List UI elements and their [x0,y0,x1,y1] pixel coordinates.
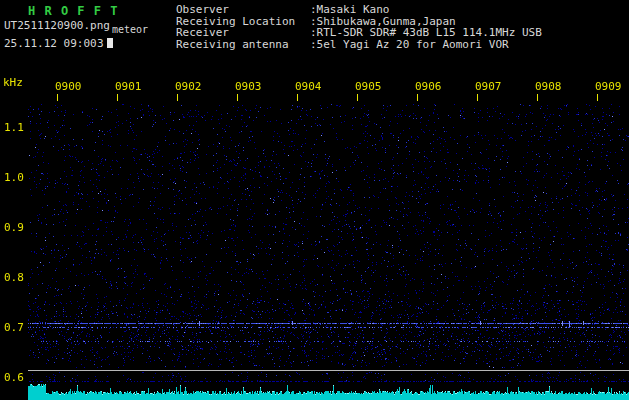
x-tick-mark [117,94,118,101]
station-field-label: Receiving antenna [176,39,310,51]
x-tick-label: 0907 [475,80,502,93]
app-title: H R O F F T [28,4,118,18]
x-tick-mark [237,94,238,101]
station-field-label: Observer [176,4,310,16]
x-tick-label: 0901 [115,80,142,93]
capture-filename: UT2511120900.png [4,19,110,32]
y-tick-label: 0.8 [4,271,28,284]
station-row: Receiving antenna:5el Yagi Az 20 for Aom… [176,39,542,51]
x-tick-label: 0909 [595,80,622,93]
mode-label: meteor [112,24,148,35]
x-tick-mark [357,94,358,101]
y-tick-label: 0.6 [4,371,28,384]
y-tick-label: 0.9 [4,221,28,234]
y-tick-label: 1.0 [4,171,28,184]
x-tick-mark [597,94,598,101]
y-tick-label: 0.7 [4,321,28,334]
text-cursor-block [107,38,113,48]
station-info: Observer:Masaki KanoReceiving Location:S… [176,4,542,50]
x-tick-label: 0900 [55,80,82,93]
x-tick-mark [177,94,178,101]
x-tick-label: 0904 [295,80,322,93]
echo-count: 3 [97,37,104,50]
x-tick-label: 0908 [535,80,562,93]
x-tick-mark [57,94,58,101]
station-field-value: :5el Yagi Az 20 for Aomori VOR [310,38,509,51]
frequency-axis-unit: kHz [3,76,23,89]
x-tick-mark [417,94,418,101]
spectrogram-canvas [0,75,629,400]
y-tick-label: 1.1 [4,121,28,134]
x-tick-label: 0902 [175,80,202,93]
x-tick-mark [537,94,538,101]
x-tick-mark [297,94,298,101]
x-tick-label: 0905 [355,80,382,93]
x-tick-mark [477,94,478,101]
hrofft-screen: H R O F F T UT2511120900.png meteor 25.1… [0,0,629,400]
station-field-label: Receiver [176,27,310,39]
x-tick-label: 0906 [415,80,442,93]
x-tick-label: 0903 [235,80,262,93]
capture-datetime: 25.11.12 09:00 [4,37,97,50]
